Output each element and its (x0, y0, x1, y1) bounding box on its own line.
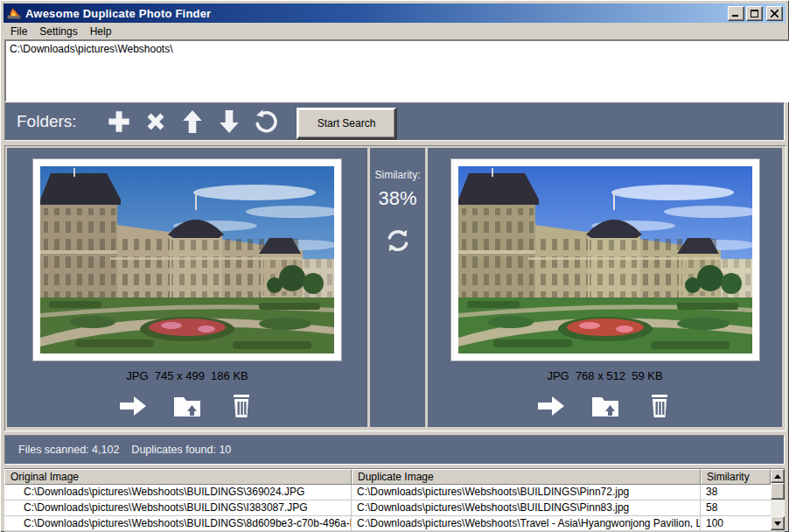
column-header-similarity[interactable]: Similarity (701, 469, 771, 485)
menu-bar: File Settings Help (4, 24, 785, 38)
close-button[interactable] (766, 6, 783, 21)
duplicate-photo-panel: JPG 768 x 512 59 KB (428, 148, 782, 427)
table-header-row: Original Image Duplicate Image Similarit… (4, 469, 785, 485)
app-flame-icon (6, 6, 22, 20)
similarity-value: 38% (370, 187, 425, 210)
duplicate-photo-actions (428, 393, 782, 419)
delete-icon[interactable] (227, 393, 256, 419)
duplicate-photo-meta: JPG 768 x 512 59 KB (428, 369, 782, 382)
menu-file[interactable]: File (4, 24, 33, 38)
results-table: Original Image Duplicate Image Similarit… (4, 468, 785, 530)
table-row[interactable]: C:\Downloads\pictures\Webshoots\BUILDING… (4, 500, 785, 516)
cell-duplicate[interactable]: C:\Downloads\pictures\Webshoots\BUILDING… (352, 500, 701, 515)
move-arrow-icon[interactable] (536, 393, 566, 419)
app-window: { "window": { "title": "Awesome Duplicat… (0, 0, 789, 532)
cell-original[interactable]: C:\Downloads\pictures\Webshoots\BUILDING… (4, 516, 352, 531)
start-search-button[interactable]: Start Search (297, 108, 396, 139)
menu-settings[interactable]: Settings (33, 24, 83, 38)
move-to-folder-icon[interactable] (590, 393, 620, 419)
cell-original[interactable]: C:\Downloads\pictures\Webshoots\BUILDING… (4, 500, 352, 515)
duplicate-photo[interactable] (450, 158, 760, 361)
scroll-down-icon (774, 522, 781, 526)
refresh-icon[interactable] (253, 108, 279, 135)
similarity-strip: Similarity: 38% (370, 148, 425, 427)
column-header-duplicate[interactable]: Duplicate Image (352, 469, 701, 485)
menu-help[interactable]: Help (84, 24, 118, 38)
delete-icon[interactable] (645, 393, 674, 419)
cell-similarity[interactable]: 100 (701, 516, 771, 531)
sync-arrows-icon[interactable] (385, 228, 411, 254)
cell-original[interactable]: C:\Downloads\pictures\Webshoots\BUILDING… (4, 485, 352, 500)
minimize-button[interactable] (728, 6, 744, 21)
original-photo-actions (7, 393, 367, 419)
folder-tool-icons (106, 108, 279, 135)
move-up-icon[interactable] (179, 108, 206, 135)
move-arrow-icon[interactable] (118, 393, 148, 419)
compare-panel: JPG 745 x 499 186 KB Similarity: 38% (4, 145, 786, 431)
table-scrollbar[interactable] (771, 469, 785, 530)
original-photo-panel: JPG 745 x 499 186 KB (7, 148, 367, 427)
original-photo-meta: JPG 745 x 499 186 KB (7, 369, 367, 382)
add-folder-icon[interactable] (106, 108, 132, 135)
scroll-thumb[interactable] (771, 483, 785, 500)
table-row[interactable]: C:\Downloads\pictures\Webshoots\BUILDING… (4, 485, 785, 500)
folders-label: Folders: (17, 112, 92, 131)
original-photo[interactable] (32, 158, 342, 361)
window-title: Awesome Duplicate Photo Finder (25, 7, 211, 20)
cell-similarity[interactable]: 38 (701, 485, 771, 500)
similarity-label: Similarity: (370, 169, 425, 181)
cell-duplicate[interactable]: C:\Downloads\pictures\Webshoots\Travel -… (352, 516, 701, 531)
remove-folder-icon[interactable] (143, 108, 169, 135)
folders-toolbar: Folders: Start Search (4, 102, 785, 141)
scroll-up-icon (774, 474, 781, 479)
scroll-down-button[interactable] (771, 516, 785, 530)
files-scanned-text: Files scanned: 4,102 (18, 444, 119, 456)
window-controls (728, 6, 783, 21)
maximize-button[interactable] (746, 6, 763, 21)
column-header-original[interactable]: Original Image (4, 469, 352, 485)
table-row[interactable]: C:\Downloads\pictures\Webshoots\BUILDING… (4, 516, 785, 532)
folder-list-box[interactable]: C:\Downloads\pictures\Webshoots\ (4, 39, 789, 102)
scroll-up-button[interactable] (771, 469, 785, 483)
cell-similarity[interactable]: 58 (701, 500, 771, 515)
duplicate-photo-image (458, 166, 752, 354)
move-to-folder-icon[interactable] (172, 393, 202, 419)
cell-duplicate[interactable]: C:\Downloads\pictures\Webshoots\BUILDING… (352, 485, 701, 500)
status-bar: Files scanned: 4,102 Duplicates found: 1… (4, 435, 785, 465)
title-bar: Awesome Duplicate Photo Finder (3, 4, 786, 23)
duplicates-found-text: Duplicates found: 10 (131, 444, 231, 456)
original-photo-image (40, 166, 334, 354)
move-down-icon[interactable] (216, 108, 242, 135)
